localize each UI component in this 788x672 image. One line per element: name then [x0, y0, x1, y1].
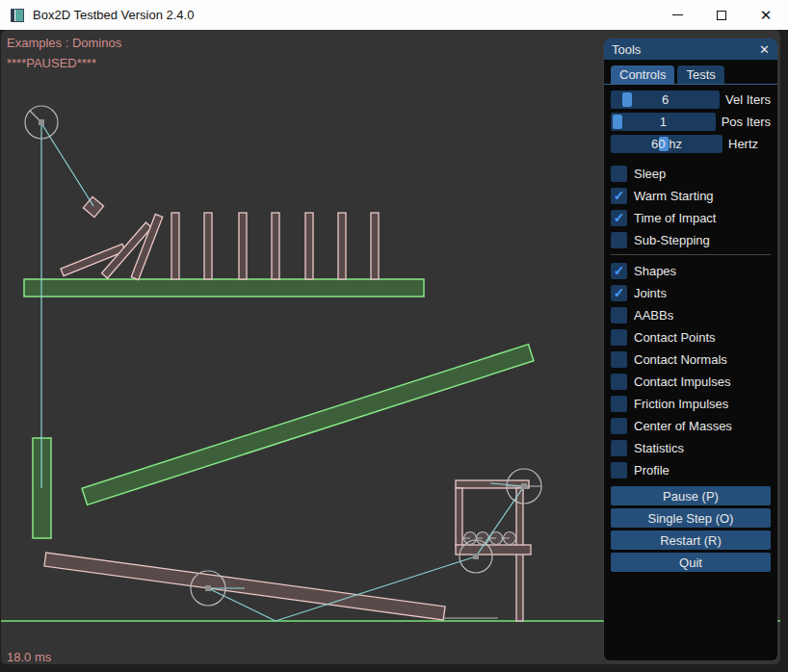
- domino: [371, 213, 379, 279]
- checkbox-box[interactable]: [611, 351, 627, 368]
- checkbox-contact-points[interactable]: Contact Points: [611, 329, 771, 346]
- app-window: Box2D Testbed Version 2.4.0 ✕: [0, 0, 788, 672]
- domino: [338, 213, 346, 279]
- tools-panel-title: Tools: [612, 42, 759, 57]
- domino: [204, 213, 212, 279]
- app-icon: [11, 9, 24, 22]
- domino: [272, 213, 279, 279]
- check-icon: ✓: [614, 211, 625, 224]
- tools-panel: Tools ✕ Controls Tests 6 Vel Iters 1 P: [604, 39, 777, 660]
- checkbox-box[interactable]: [611, 329, 627, 346]
- checkbox-statistics[interactable]: Statistics: [611, 440, 771, 456]
- hertz-label: Hertz: [728, 137, 758, 151]
- maximize-button[interactable]: [699, 0, 744, 30]
- maximize-icon: [717, 11, 726, 20]
- example-label: Examples : Dominos: [7, 33, 121, 53]
- pos-iters-slider[interactable]: 1: [611, 113, 716, 131]
- hertz-row: 60 hz Hertz: [611, 135, 771, 153]
- pendulum-box: [83, 196, 103, 217]
- checkbox-contact-normals[interactable]: Contact Normals: [611, 351, 771, 368]
- domino: [305, 213, 313, 279]
- checkbox-box[interactable]: [611, 374, 627, 390]
- minimize-button[interactable]: [655, 0, 699, 30]
- close-button[interactable]: ✕: [744, 0, 788, 30]
- vel-iters-row: 6 Vel Iters: [611, 90, 771, 109]
- frame-left-post: [456, 488, 462, 546]
- checkbox-box[interactable]: [611, 418, 627, 434]
- checkbox-warm-starting[interactable]: ✓ Warm Starting: [611, 188, 771, 204]
- window-title: Box2D Testbed Version 2.4.0: [33, 8, 194, 22]
- checkbox-box[interactable]: [611, 307, 627, 323]
- body-center-marker: [205, 585, 211, 591]
- checkbox-sub-stepping[interactable]: Sub-Stepping: [611, 232, 771, 248]
- checkbox-box[interactable]: ✓: [611, 263, 627, 279]
- separator: [611, 254, 771, 255]
- checkbox-box[interactable]: [611, 440, 627, 456]
- tab-controls[interactable]: Controls: [611, 65, 674, 84]
- checkbox-sleep[interactable]: Sleep: [611, 166, 771, 182]
- canvas-status-text: Examples : Dominos ****PAUSED****: [7, 33, 121, 73]
- pos-iters-label: Pos Iters: [722, 115, 771, 129]
- checkbox-contact-impulses[interactable]: Contact Impulses: [611, 374, 771, 390]
- checkbox-box[interactable]: ✓: [611, 188, 627, 204]
- domino: [171, 213, 179, 279]
- checkbox-profile[interactable]: Profile: [611, 462, 771, 478]
- tools-panel-titlebar[interactable]: Tools ✕: [604, 39, 777, 60]
- frame-shelf: [456, 545, 531, 555]
- checkbox-joints[interactable]: ✓ Joints: [611, 285, 771, 301]
- close-icon: ✕: [760, 8, 773, 22]
- minimize-icon: [672, 14, 683, 15]
- domino: [239, 213, 247, 279]
- titlebar: Box2D Testbed Version 2.4.0 ✕: [0, 0, 788, 30]
- checkbox-center-of-masses[interactable]: Center of Masses: [611, 418, 771, 434]
- check-icon: ✓: [614, 189, 625, 202]
- restart-button[interactable]: Restart (R): [611, 530, 771, 550]
- joint-line: [41, 123, 93, 206]
- vel-iters-label: Vel Iters: [725, 92, 771, 107]
- body-center-marker: [521, 483, 527, 489]
- single-step-button[interactable]: Single Step (O): [611, 508, 771, 528]
- paused-label: ****PAUSED****: [7, 53, 121, 73]
- tab-tests[interactable]: Tests: [677, 65, 723, 84]
- checkbox-aabbs[interactable]: AABBs: [611, 307, 771, 323]
- tab-bar: Controls Tests: [604, 65, 777, 85]
- checkbox-box[interactable]: ✓: [611, 285, 627, 301]
- body-center-marker: [39, 119, 44, 125]
- checkbox-box[interactable]: [611, 396, 627, 412]
- checkbox-friction-impulses[interactable]: Friction Impulses: [611, 396, 771, 412]
- vel-iters-slider[interactable]: 6: [611, 90, 720, 109]
- checkbox-box[interactable]: [611, 166, 627, 182]
- checkbox-box[interactable]: ✓: [611, 210, 627, 226]
- checkbox-time-of-impact[interactable]: ✓ Time of Impact: [611, 210, 771, 226]
- checkbox-box[interactable]: [611, 462, 627, 478]
- hertz-slider[interactable]: 60 hz: [611, 135, 722, 153]
- quit-button[interactable]: Quit: [611, 553, 771, 572]
- elevated-platform: [24, 279, 424, 297]
- body-center-marker: [473, 554, 479, 559]
- tools-panel-close-button[interactable]: ✕: [759, 43, 770, 56]
- checkbox-box[interactable]: [611, 232, 627, 248]
- frame-top-bar: [456, 480, 529, 488]
- frame-time-label: 18.0 ms: [7, 647, 51, 664]
- pos-iters-row: 1 Pos Iters: [611, 113, 771, 131]
- pause-button[interactable]: Pause (P): [611, 486, 771, 505]
- checkbox-shapes[interactable]: ✓ Shapes: [611, 263, 771, 279]
- check-icon: ✓: [614, 264, 625, 277]
- check-icon: ✓: [614, 286, 625, 299]
